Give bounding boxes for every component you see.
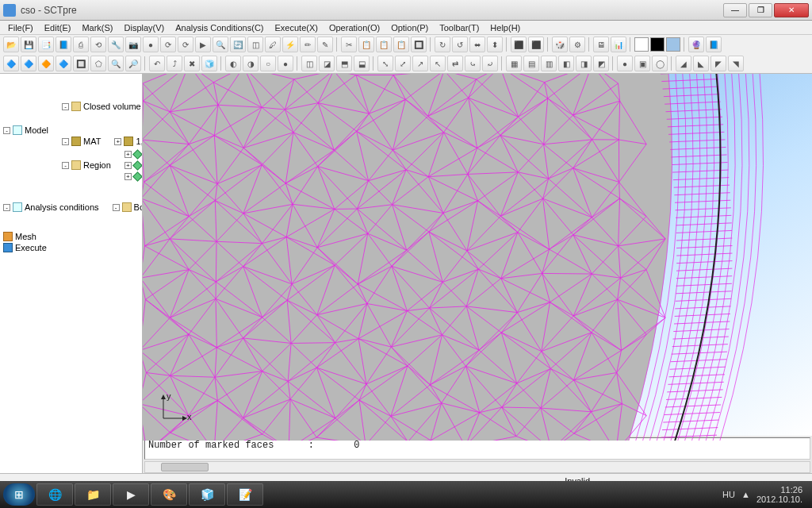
toolbar-button[interactable]: ◫ — [301, 56, 317, 71]
tree-toggle[interactable]: + — [124, 173, 132, 180]
toolbar-button[interactable]: 📋 — [358, 37, 374, 52]
tree-region[interactable]: Region — [83, 160, 111, 170]
taskbar-app[interactable]: 📝 — [227, 483, 263, 506]
start-button[interactable]: ⊞ — [3, 483, 35, 506]
menu-edit[interactable]: Edit(E) — [40, 22, 76, 33]
toolbar-button[interactable]: ◫ — [247, 37, 263, 52]
toolbar-button[interactable]: ✏ — [300, 37, 316, 52]
toolbar-button[interactable]: 📋 — [393, 37, 409, 52]
system-tray[interactable]: HU ▲ 11:26 2012.10.10. — [722, 485, 809, 504]
toolbar-button[interactable]: 📘 — [56, 37, 71, 52]
toolbar-button[interactable]: ⬛ — [511, 37, 527, 52]
toolbar-button[interactable]: 🖥 — [593, 37, 609, 52]
toolbar-button[interactable]: ▥ — [541, 56, 557, 71]
toolbar-button[interactable]: ▦ — [506, 56, 522, 71]
toolbar-button[interactable]: ↶ — [149, 56, 165, 71]
menu-mark[interactable]: Mark(S) — [77, 22, 117, 33]
toolbar-button[interactable]: ⬛ — [528, 37, 544, 52]
toolbar-button[interactable]: ⎙ — [73, 37, 89, 52]
tree-toggle[interactable]: + — [124, 151, 132, 158]
tree-toggle[interactable]: - — [62, 162, 69, 169]
viewport-3d[interactable]: y x — [143, 74, 812, 436]
toolbar-button[interactable]: ▤ — [523, 56, 539, 71]
toolbar-button[interactable]: 📊 — [611, 37, 626, 52]
toolbar-button[interactable]: ↗ — [412, 56, 428, 71]
tree-root[interactable]: Model — [25, 125, 48, 135]
menu-help[interactable]: Help(H) — [485, 22, 525, 33]
toolbar-button[interactable]: ◢ — [676, 56, 691, 71]
toolbar-button[interactable]: ⬠ — [90, 56, 106, 71]
toolbar-button[interactable]: 🔧 — [108, 37, 124, 52]
tree-mesh[interactable]: Mesh — [15, 232, 36, 241]
toolbar-button[interactable]: ⬌ — [469, 37, 485, 52]
tree-analysis[interactable]: Analysis conditions — [25, 202, 99, 212]
maximize-button[interactable]: ❐ — [749, 3, 772, 17]
tray-clock[interactable]: 11:26 2012.10.10. — [756, 485, 802, 504]
tree-toggle[interactable]: - — [113, 204, 120, 211]
toolbar-button[interactable]: 📷 — [125, 37, 141, 52]
toolbar-button[interactable]: ↖ — [430, 56, 446, 71]
color-swatch[interactable] — [666, 37, 680, 52]
toolbar-button[interactable]: ◧ — [558, 56, 574, 71]
toolbar-button[interactable]: 🔶 — [38, 56, 54, 71]
color-swatch[interactable] — [634, 37, 649, 52]
toolbar-button[interactable]: ⤿ — [465, 56, 481, 71]
toolbar-button[interactable]: ⚙ — [569, 37, 585, 52]
tree-scrollbar[interactable] — [144, 461, 810, 473]
color-swatch[interactable] — [650, 37, 665, 52]
toolbar-button[interactable]: ✎ — [317, 37, 333, 52]
toolbar-button[interactable]: 📂 — [3, 37, 19, 52]
minimize-button[interactable]: — — [723, 3, 747, 17]
menu-analysis conditions[interactable]: Analysis Conditions(C) — [170, 22, 268, 33]
toolbar-button[interactable]: ↻ — [435, 37, 450, 52]
tree-toggle[interactable]: - — [3, 204, 10, 211]
toolbar-button[interactable]: 🔲 — [73, 56, 89, 71]
toolbar-button[interactable]: ◪ — [319, 56, 335, 71]
toolbar-button[interactable]: ⟲ — [90, 37, 106, 52]
toolbar-button[interactable]: 🧊 — [201, 56, 217, 71]
tree-toggle[interactable]: - — [62, 103, 69, 110]
taskbar-app[interactable]: ▶ — [113, 483, 149, 506]
toolbar-button[interactable]: ● — [143, 37, 159, 52]
menu-execute[interactable]: Execute(X) — [270, 22, 323, 33]
toolbar-button[interactable]: ⬓ — [354, 56, 370, 71]
toolbar-button[interactable]: ◣ — [693, 56, 709, 71]
toolbar-button[interactable]: 🔲 — [411, 37, 427, 52]
toolbar-button[interactable]: 💾 — [21, 37, 36, 52]
tree-mat[interactable]: MAT — [83, 137, 101, 146]
menu-option[interactable]: Option(P) — [386, 22, 433, 33]
toolbar-button[interactable]: ⟳ — [160, 37, 176, 52]
taskbar-app[interactable]: 🌐 — [36, 483, 73, 506]
toolbar-button[interactable]: ⬍ — [487, 37, 503, 52]
toolbar-button[interactable]: 🔎 — [125, 56, 141, 71]
toolbar-button[interactable]: ⤾ — [482, 56, 498, 71]
toolbar-button[interactable]: 📋 — [376, 37, 392, 52]
toolbar-button[interactable]: ▶ — [195, 37, 211, 52]
toolbar-button[interactable]: ⬒ — [336, 56, 352, 71]
toolbar-button[interactable]: ✖ — [184, 56, 200, 71]
menu-operation[interactable]: Operation(O) — [324, 22, 385, 33]
menu-toolbar[interactable]: Toolbar(T) — [435, 22, 484, 33]
taskbar-app[interactable]: 🎨 — [151, 483, 187, 506]
tree-toggle[interactable]: + — [114, 138, 121, 145]
toolbar-button[interactable]: ⚡ — [282, 37, 298, 52]
toolbar-button[interactable]: ▣ — [634, 56, 650, 71]
toolbar-button[interactable]: 🔄 — [230, 37, 246, 52]
menu-display[interactable]: Display(V) — [120, 22, 170, 33]
tree-toggle[interactable]: - — [3, 127, 10, 134]
scrollbar-thumb[interactable] — [161, 463, 209, 471]
toolbar-button[interactable]: ◐ — [225, 56, 241, 71]
tree-panel[interactable]: -Model -Closed volume +0, MAT=0+1, MAT=1… — [0, 74, 143, 473]
toolbar-button[interactable]: ◑ — [243, 56, 259, 71]
toolbar-button[interactable]: ⤡ — [377, 56, 393, 71]
toolbar-button[interactable]: ⤢ — [395, 56, 411, 71]
toolbar-button[interactable]: ⟳ — [178, 37, 193, 52]
toolbar-button[interactable]: 📑 — [38, 37, 54, 52]
toolbar-button[interactable]: ✂ — [341, 37, 357, 52]
toolbar-button[interactable]: ⇄ — [447, 56, 463, 71]
toolbar-button[interactable]: 📘 — [706, 37, 722, 52]
toolbar-button[interactable]: ◨ — [576, 56, 592, 71]
toolbar-button[interactable]: 🔍 — [108, 56, 124, 71]
tree-execute[interactable]: Execute — [15, 243, 47, 252]
tree-bc[interactable]: Boundary conditions — [134, 202, 143, 212]
